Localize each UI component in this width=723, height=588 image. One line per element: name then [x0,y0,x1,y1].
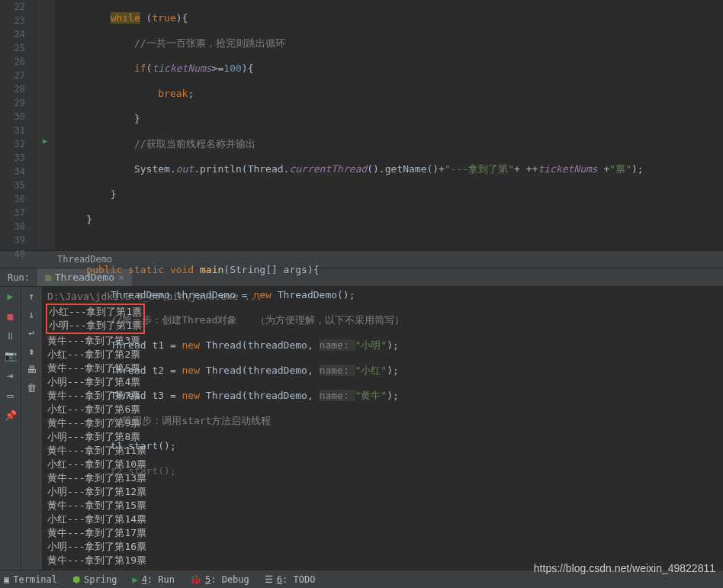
console-line: 小明---拿到了第16票 [47,540,718,554]
terminal-icon: ▣ [4,574,9,585]
stop-icon[interactable]: ■ [5,310,17,322]
softwrap-icon[interactable]: ↩ [26,326,38,339]
print-icon[interactable]: 🖶 [26,363,38,375]
run-toolbar-left: ▶ ■ ⏸ 📷 ⇥ ▭ 📌 [0,287,21,586]
up-icon[interactable]: ↑ [26,290,38,302]
spring-icon: ⬢ [72,574,80,585]
code-editor[interactable]: 22 23 24 25 26 27 28 29 30 31 32 33 34 3… [0,0,723,250]
debug-tab[interactable]: 🐞 5: Debug [190,574,249,585]
terminal-tab[interactable]: ▣ Terminal [4,574,57,585]
run-gutter-icon[interactable]: ▶ [43,137,47,145]
run-config-icon: ▦ [45,272,51,283]
console-line: 小红---拿到了第14票 [47,512,718,526]
gutter-icons: ▶ [40,0,55,250]
run-toolbar-right: ↑ ↓ ↩ ⇟ 🖶 🗑 [21,287,43,586]
watermark: https://blog.csdn.net/weixin_49822811 [534,562,715,574]
debug-icon: 🐞 [190,574,201,585]
run-label: Run: [0,272,37,283]
line-number-gutter: 22 23 24 25 26 27 28 29 30 31 32 33 34 3… [0,0,40,250]
down-icon[interactable]: ↓ [26,308,38,320]
dump-icon[interactable]: 📷 [5,349,17,361]
run-icon: ▶ [132,574,137,585]
todo-icon: ☰ [265,574,273,585]
spring-tab[interactable]: ⬢ Spring [72,574,117,585]
layout-icon[interactable]: ▭ [5,389,17,401]
exit-icon[interactable]: ⇥ [5,369,17,381]
clear-icon[interactable]: 🗑 [26,381,38,394]
pause-icon[interactable]: ⏸ [5,329,17,342]
console-line: 黄牛---拿到了第17票 [47,526,718,540]
scroll-to-end-icon[interactable]: ⇟ [26,345,38,357]
rerun-icon[interactable]: ▶ [5,290,17,302]
code-content[interactable]: while (true){ //一共一百张票，抢完则跳出循环 if(ticket… [55,0,723,250]
pin-icon[interactable]: 📌 [5,409,17,421]
todo-tab[interactable]: ☰ 6: TODO [265,574,316,585]
run-tab-bottom[interactable]: ▶ 4: Run [132,574,175,585]
